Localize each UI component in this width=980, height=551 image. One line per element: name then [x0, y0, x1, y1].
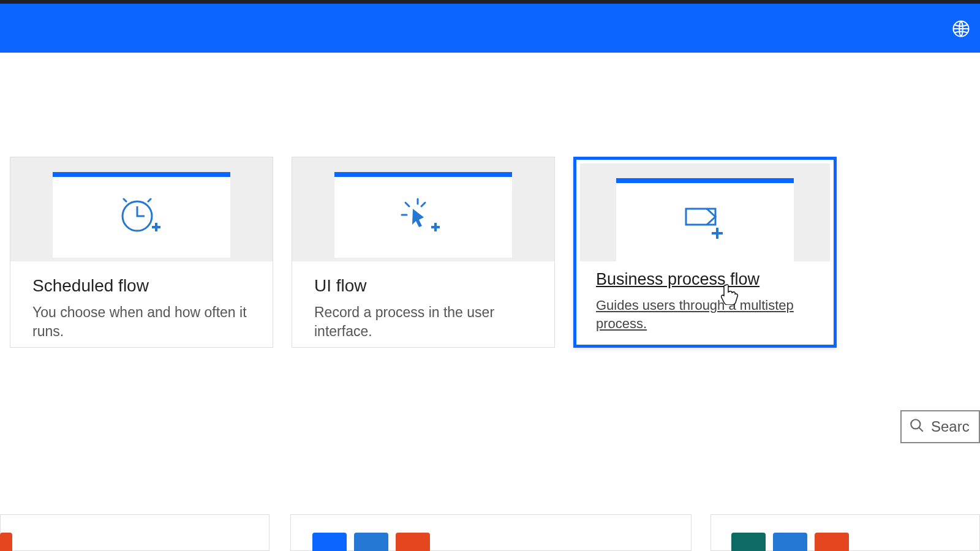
- card-description: You choose when and how often it runs.: [32, 303, 251, 341]
- card-description: Record a process in the user interface.: [314, 303, 532, 341]
- card-body: Business process flow Guides users throu…: [580, 261, 830, 339]
- card-thumbnail-area: [580, 163, 830, 261]
- card-thumbnail-area: [292, 157, 554, 261]
- tile-icon: [815, 533, 849, 551]
- bottom-tiles-2: [312, 533, 430, 551]
- tile-icon: [312, 533, 347, 551]
- card-business-process-flow[interactable]: Business process flow Guides users throu…: [573, 157, 837, 348]
- search-placeholder: Searc: [931, 418, 970, 435]
- cursor-click-plus-icon: [401, 198, 446, 238]
- tile-icon: [396, 533, 430, 551]
- clock-plus-icon: [119, 198, 164, 238]
- card-title: Scheduled flow: [32, 276, 251, 296]
- globe-icon[interactable]: [952, 20, 970, 38]
- tile-icon: [354, 533, 388, 551]
- card-thumbnail: [616, 178, 794, 261]
- card-body: UI flow Record a process in the user int…: [292, 261, 554, 356]
- bottom-tiles-3: [731, 533, 849, 551]
- search-icon: [909, 418, 925, 436]
- card-ui-flow[interactable]: UI flow Record a process in the user int…: [292, 157, 555, 348]
- flow-type-cards: Scheduled flow You choose when and how o…: [0, 53, 980, 348]
- card-description: Guides users through a multistep process…: [596, 296, 814, 332]
- card-title: Business process flow: [596, 270, 814, 289]
- card-title: UI flow: [314, 276, 532, 296]
- card-thumbnail: [53, 172, 230, 258]
- bottom-card-1[interactable]: [0, 514, 270, 551]
- tile-icon: [0, 533, 12, 551]
- svg-point-3: [911, 419, 920, 429]
- tile-icon: [773, 533, 807, 551]
- tile-icon: [731, 533, 766, 551]
- search-input[interactable]: Searc: [900, 410, 980, 443]
- card-thumbnail-area: [10, 157, 273, 261]
- header-bar: [0, 4, 980, 53]
- bottom-tiles-1: [0, 533, 12, 551]
- card-thumbnail: [334, 172, 512, 258]
- card-body: Scheduled flow You choose when and how o…: [10, 261, 273, 356]
- process-plus-icon: [682, 204, 728, 244]
- card-scheduled-flow[interactable]: Scheduled flow You choose when and how o…: [10, 157, 273, 348]
